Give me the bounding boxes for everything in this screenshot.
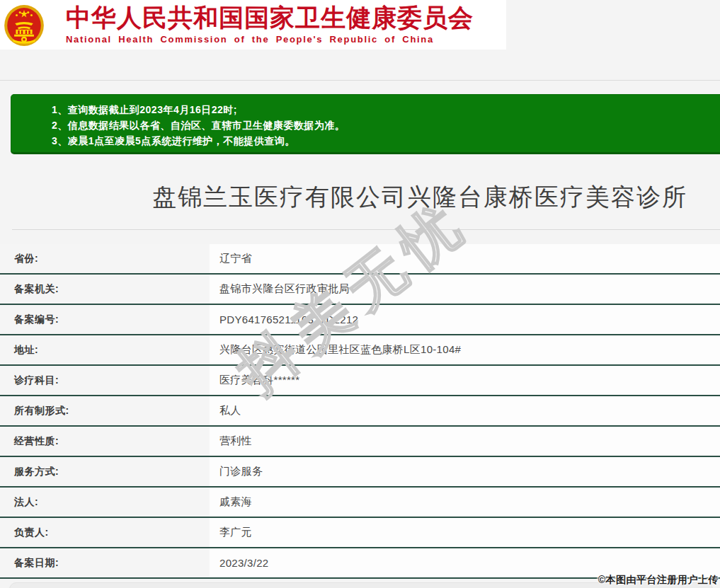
field-label: 负责人:: [0, 518, 210, 547]
notice-line-2: 2、信息数据结果以各省、自治区、直辖市卫生健康委数据为准。: [52, 117, 718, 133]
header-divider: [0, 80, 720, 81]
field-label: 备案日期:: [0, 548, 210, 577]
field-value: 医疗美容科******: [210, 366, 720, 395]
record-row: 地址: 兴隆台区惠宾街道公园里社区蓝色康桥L区10-104#: [0, 335, 720, 366]
record-row: 所有制形式: 私人: [0, 396, 720, 427]
field-value: 李广元: [210, 518, 720, 547]
field-label: 服务方式:: [0, 457, 210, 486]
field-label: 备案编号:: [0, 305, 210, 334]
prc-national-emblem-icon: [4, 3, 45, 48]
record-row: 服务方式: 门诊服务: [0, 457, 720, 488]
record-row: 省份: 辽宁省: [0, 244, 720, 275]
field-value: 兴隆台区惠宾街道公园里社区蓝色康桥L区10-104#: [210, 335, 720, 364]
site-header: 中华人民共和国国家卫生健康委员会 National Health Commiss…: [0, 0, 506, 50]
record-row: 备案机关: 盘锦市兴隆台区行政审批局: [0, 275, 720, 305]
notice-box: 1、查询数据截止到2023年4月16日22时; 2、信息数据结果以各省、自治区、…: [11, 94, 720, 154]
notice-line-1: 1、查询数据截止到2023年4月16日22时;: [52, 102, 718, 117]
record-row: 经营性质: 营利性: [0, 427, 720, 457]
field-value: 营利性: [210, 427, 720, 456]
table-top-divider: [12, 229, 720, 230]
field-value: 私人: [210, 396, 720, 425]
field-value: 2023/3/22: [210, 548, 720, 577]
page: 中华人民共和国国家卫生健康委员会 National Health Commiss…: [0, 0, 720, 588]
site-title-chinese: 中华人民共和国国家卫生健康委员会: [66, 5, 474, 31]
field-value: 门诊服务: [210, 457, 720, 486]
record-table: 省份: 辽宁省 备案机关: 盘锦市兴隆台区行政审批局 备案编号: PDY6417…: [0, 244, 720, 579]
field-label: 诊疗科目:: [0, 366, 210, 395]
field-value: 辽宁省: [210, 244, 720, 273]
record-row: 负责人: 李广元: [0, 518, 720, 548]
field-label: 备案机关:: [0, 275, 210, 304]
field-value: PDY64176521110317D2212: [210, 305, 720, 334]
header-text: 中华人民共和国国家卫生健康委员会 National Health Commiss…: [66, 5, 474, 45]
field-label: 法人:: [0, 488, 210, 517]
field-value: 戚素海: [210, 488, 720, 517]
copyright-note: ©本图由平台注册用户上传: [598, 574, 719, 587]
field-label: 省份:: [0, 244, 210, 273]
record-row: 备案编号: PDY64176521110317D2212: [0, 305, 720, 335]
record-title: 盘锦兰玉医疗有限公司兴隆台康桥医疗美容诊所: [152, 181, 687, 214]
field-label: 地址:: [0, 335, 210, 364]
record-row: 诊疗科目: 医疗美容科******: [0, 366, 720, 396]
notice-line-3: 3、凌晨1点至凌晨5点系统进行维护，不能提供查询。: [52, 133, 718, 149]
field-value: 盘锦市兴隆台区行政审批局: [210, 275, 720, 304]
field-label: 所有制形式:: [0, 396, 210, 425]
site-title-english: National Health Commission of the People…: [66, 34, 474, 45]
field-label: 经营性质:: [0, 427, 210, 456]
record-row: 法人: 戚素海: [0, 488, 720, 518]
